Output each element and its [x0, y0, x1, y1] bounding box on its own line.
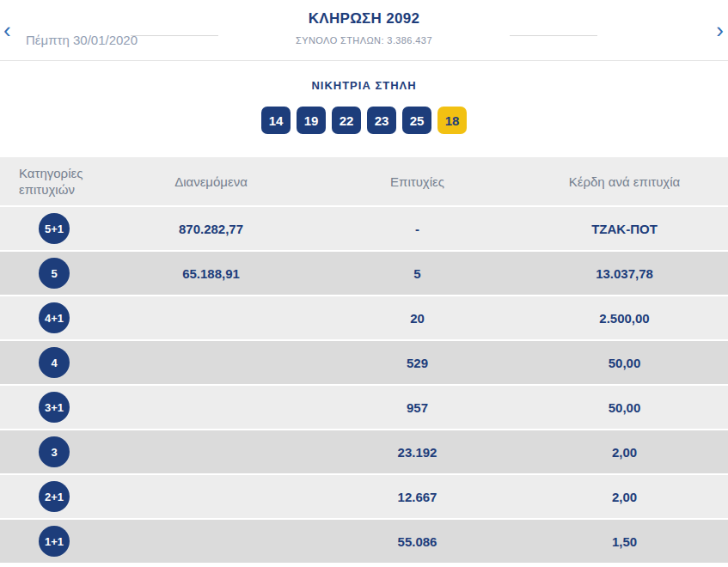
category-badge: 3: [39, 436, 70, 467]
prize-value: 50,00: [521, 400, 728, 415]
draw-header: ‹ Πέμπτη 30/01/2020 ΚΛΗΡΩΣΗ 2092 ΣΥΝΟΛΟ …: [0, 0, 728, 61]
prize-value: 13.037,78: [521, 266, 728, 281]
category-badge: 4: [39, 347, 70, 378]
table-row: 2+1 12.667 2,00: [0, 475, 728, 520]
table-row: 5 65.188,91 5 13.037,78: [0, 252, 728, 296]
total-columns-label: ΣΥΝΟΛΟ ΣΤΗΛΩΝ:: [296, 35, 384, 46]
distributed-value: 65.188,91: [108, 266, 314, 281]
winning-number-ball: 22: [332, 107, 361, 134]
prize-value: 2,00: [521, 490, 728, 504]
winning-number-ball: 19: [297, 107, 326, 134]
total-columns: ΣΥΝΟΛΟ ΣΤΗΛΩΝ: 3.386.437: [0, 35, 728, 46]
wins-value: 23.192: [314, 445, 521, 460]
table-header-row: Κατηγορίες επιτυχιών Διανεμόμενα Επιτυχί…: [0, 157, 728, 207]
category-badge: 4+1: [39, 302, 70, 333]
header-distributed: Διανεμόμενα: [108, 174, 314, 189]
wins-value: 5: [314, 266, 521, 281]
table-row: 5+1 870.282,77 - ΤΖΑΚ-ΠΟΤ: [0, 207, 728, 252]
category-badge: 3+1: [39, 392, 70, 423]
winning-numbers: 14 19 22 23 25 18: [0, 107, 728, 134]
prize-value: ΤΖΑΚ-ΠΟΤ: [521, 222, 728, 236]
category-badge: 5+1: [39, 213, 70, 244]
joker-number-ball: 18: [437, 107, 467, 134]
winning-number-ball: 25: [402, 107, 431, 134]
total-columns-value: 3.386.437: [387, 35, 432, 46]
winning-number-ball: 23: [367, 107, 396, 134]
wins-value: 20: [314, 311, 521, 326]
divider-right: [510, 35, 597, 36]
table-row: 3+1 957 50,00: [0, 386, 728, 430]
table-row: 4+1 20 2.500,00: [0, 296, 728, 341]
prize-value: 1,50: [521, 534, 728, 549]
prize-value: 2,00: [521, 445, 728, 460]
winning-column-section: ΝΙΚΗΤΡΙΑ ΣΤΗΛΗ 14 19 22 23 25 18: [0, 61, 728, 134]
category-badge: 5: [39, 258, 70, 289]
table-row: 3 23.192 2,00: [0, 430, 728, 475]
wins-value: 957: [314, 400, 521, 415]
results-table: Κατηγορίες επιτυχιών Διανεμόμενα Επιτυχί…: [0, 157, 728, 564]
wins-value: -: [314, 222, 521, 236]
table-row: 4 529 50,00: [0, 341, 728, 386]
header-category: Κατηγορίες επιτυχιών: [0, 165, 99, 198]
category-badge: 2+1: [39, 481, 70, 512]
next-draw-chevron-icon[interactable]: ›: [716, 19, 724, 41]
draw-title: ΚΛΗΡΩΣΗ 2092: [0, 10, 728, 27]
winning-number-ball: 14: [261, 107, 291, 134]
winning-column-title: ΝΙΚΗΤΡΙΑ ΣΤΗΛΗ: [0, 79, 728, 92]
wins-value: 12.667: [314, 490, 521, 504]
header-prize: Κέρδη ανά επιτυχία: [521, 174, 728, 189]
draw-title-block: ΚΛΗΡΩΣΗ 2092 ΣΥΝΟΛΟ ΣΤΗΛΩΝ: 3.386.437: [0, 10, 728, 46]
table-body: 5+1 870.282,77 - ΤΖΑΚ-ΠΟΤ 5 65.188,91 5 …: [0, 207, 728, 564]
prize-value: 50,00: [521, 356, 728, 370]
header-wins: Επιτυχίες: [314, 174, 521, 189]
wins-value: 55.086: [314, 534, 521, 549]
category-badge: 1+1: [39, 526, 70, 557]
table-row: 1+1 55.086 1,50: [0, 520, 728, 564]
prize-value: 2.500,00: [521, 311, 728, 326]
distributed-value: 870.282,77: [108, 222, 314, 236]
wins-value: 529: [314, 356, 521, 370]
